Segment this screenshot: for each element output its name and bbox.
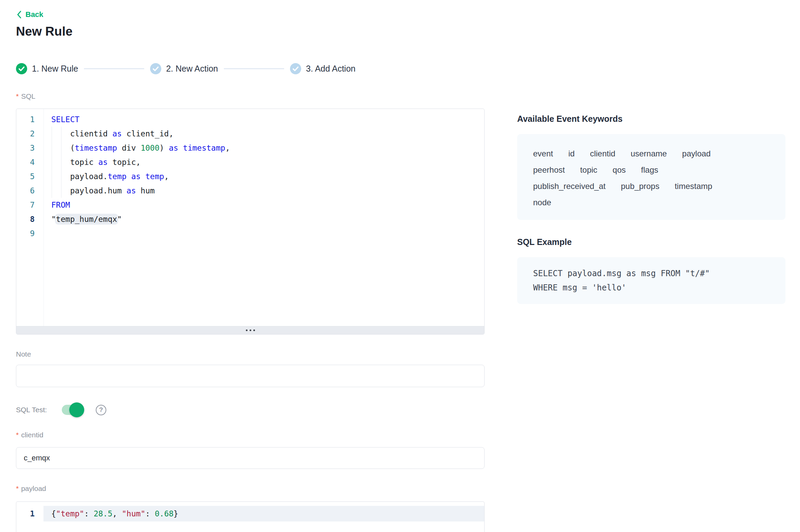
code-token: : <box>145 509 155 518</box>
code-token: " <box>51 215 56 224</box>
sql-code-editor[interactable]: 1SELECT2 clientid as client_id,3 (timest… <box>16 109 485 335</box>
keyword-item: qos <box>613 162 626 178</box>
code-line-content[interactable]: (timestamp div 1000) as timestamp, <box>43 141 484 155</box>
keyword-item: event <box>533 146 553 162</box>
code-token: as <box>131 172 141 181</box>
code-token: 1000 <box>141 144 159 152</box>
code-line[interactable]: 5 payload.temp as temp, <box>16 169 484 184</box>
keyword-item: flags <box>641 162 658 178</box>
code-line[interactable]: 2 clientid as client_id, <box>16 127 484 141</box>
code-token: topic, <box>108 158 141 167</box>
code-token <box>127 172 131 181</box>
toggle-knob <box>69 402 84 417</box>
payload-code-editor[interactable]: 1{"temp": 28.5, "hum": 0.68} <box>16 501 485 532</box>
code-token: payload. <box>51 172 108 181</box>
sql-example-panel: SELECT payload.msg as msg FROM "t/#"WHER… <box>517 257 785 304</box>
sql-example-title: SQL Example <box>517 237 572 247</box>
code-line[interactable]: 1{"temp": 28.5, "hum": 0.68} <box>16 506 484 521</box>
code-line-content[interactable]: payload.hum as hum <box>43 184 484 198</box>
keyword-row: eventidclientidusernamepayload <box>533 146 769 162</box>
code-line-content[interactable]: topic as topic, <box>43 155 484 169</box>
sql-code-area[interactable]: 1SELECT2 clientid as client_id,3 (timest… <box>16 109 484 334</box>
back-link[interactable]: Back <box>16 10 43 19</box>
code-token: clientid <box>51 129 112 138</box>
sql-field-label: SQL <box>16 92 35 100</box>
check-circle-icon <box>150 63 161 74</box>
code-token: "hum" <box>122 509 145 518</box>
new-rule-page: Back New Rule 1. New Rule 2. New Action <box>0 0 800 532</box>
keyword-item: payload <box>682 146 711 162</box>
code-token: topic <box>51 158 98 167</box>
check-circle-icon <box>16 63 27 74</box>
page-title: New Rule <box>16 24 73 39</box>
clientid-field-label: clientid <box>16 431 43 439</box>
indent-guide <box>61 127 61 198</box>
check-circle-icon <box>290 63 301 74</box>
code-line-content[interactable]: payload.temp as temp, <box>43 169 484 184</box>
code-token: } <box>174 509 178 518</box>
code-line-content[interactable]: clientid as client_id, <box>43 127 484 141</box>
help-icon[interactable] <box>96 405 106 415</box>
line-number: 7 <box>16 198 43 212</box>
code-token: as <box>98 158 108 167</box>
keyword-item: publish_received_at <box>533 178 605 194</box>
sql-test-toggle[interactable] <box>62 405 84 415</box>
code-token: , <box>164 172 169 181</box>
code-line-content[interactable] <box>43 226 484 241</box>
keyword-row: peerhosttopicqosflags <box>533 162 769 178</box>
keyword-item: pub_props <box>621 178 659 194</box>
code-line[interactable]: 9 <box>16 226 484 241</box>
step-connector <box>224 68 284 69</box>
payload-code-area[interactable]: 1{"temp": 28.5, "hum": 0.68} <box>16 502 484 521</box>
code-line[interactable]: 1SELECT <box>16 112 484 127</box>
clientid-input[interactable] <box>16 447 485 469</box>
line-number: 2 <box>16 127 43 141</box>
code-token: 28.5 <box>94 509 112 518</box>
payload-field-label: payload <box>16 484 46 493</box>
code-token: temp_hum/emqx <box>56 215 117 224</box>
step-label: 2. New Action <box>166 64 218 74</box>
gutter-divider <box>43 109 44 326</box>
code-line-content[interactable]: {"temp": 28.5, "hum": 0.68} <box>43 506 484 521</box>
keywords-panel: eventidclientidusernamepayloadpeerhostto… <box>517 134 785 220</box>
code-token <box>178 144 183 152</box>
keyword-row: publish_received_atpub_propstimestamp <box>533 178 769 194</box>
chevron-left-icon <box>16 11 22 19</box>
note-input[interactable] <box>16 365 485 387</box>
step-1-new-rule: 1. New Rule <box>16 63 78 74</box>
step-label: 1. New Rule <box>32 64 78 74</box>
code-token: as <box>112 129 122 138</box>
step-3-add-action: 3. Add Action <box>290 63 356 74</box>
line-number: 6 <box>16 184 43 198</box>
keyword-item: timestamp <box>675 178 712 194</box>
code-token: temp <box>108 172 126 181</box>
code-line[interactable]: 7FROM <box>16 198 484 212</box>
code-token <box>141 172 145 181</box>
step-indicator: 1. New Rule 2. New Action 3. Add Action <box>16 62 356 75</box>
keyword-item: id <box>568 146 575 162</box>
code-line-content[interactable]: SELECT <box>43 112 484 127</box>
code-token: as <box>127 186 136 195</box>
code-token: , <box>112 509 122 518</box>
keyword-item: peerhost <box>533 162 565 178</box>
code-token: "temp" <box>56 509 84 518</box>
code-line[interactable]: 4 topic as topic, <box>16 155 484 169</box>
sql-example-line: WHERE msg = 'hello' <box>533 281 769 295</box>
line-number: 5 <box>16 169 43 184</box>
code-line[interactable]: 8"temp_hum/emqx" <box>16 212 484 226</box>
line-number: 9 <box>16 226 43 241</box>
sql-test-row: SQL Test: <box>16 402 106 417</box>
code-line-content[interactable]: "temp_hum/emqx" <box>43 212 484 226</box>
code-token: hum <box>136 186 154 195</box>
code-line[interactable]: 6 payload.hum as hum <box>16 184 484 198</box>
keyword-item: topic <box>580 162 597 178</box>
code-token: timestamp <box>183 144 225 152</box>
line-number: 3 <box>16 141 43 155</box>
code-line[interactable]: 3 (timestamp div 1000) as timestamp, <box>16 141 484 155</box>
code-token: ( <box>51 144 75 152</box>
sql-test-label: SQL Test: <box>16 406 47 414</box>
code-token: ) <box>160 144 169 152</box>
editor-resize-handle[interactable] <box>16 326 484 334</box>
code-line-content[interactable]: FROM <box>43 198 484 212</box>
indent-guide <box>52 127 52 198</box>
